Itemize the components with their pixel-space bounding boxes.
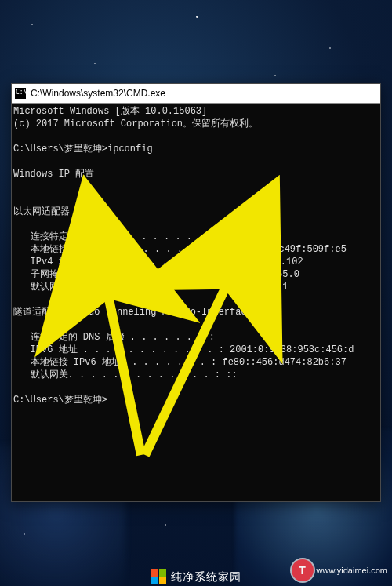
window-titlebar[interactable]: C:\Windows\system32\CMD.exe [12,84,380,104]
terminal-line: 子网掩码 . . . . . . . . . . . . : 255.255.2… [13,268,379,281]
terminal-line [13,130,379,143]
terminal-line [13,381,379,394]
terminal-line: 默认网关. . . . . . . . . . . . . : :: [13,369,379,381]
terminal-line [13,155,379,168]
terminal-line: (c) 2017 Microsoft Corporation。保留所有权利。 [13,118,379,130]
terminal-line: 隧道适配器 Teredo Tunneling Pseudo-Interface: [13,306,379,318]
terminal-line [13,180,379,193]
cmd-window[interactable]: C:\Windows\system32\CMD.exe Microsoft Wi… [11,83,381,502]
terminal-line: Windows IP 配置 [13,168,379,180]
windows-logo-icon [151,569,166,584]
terminal-line [13,193,379,206]
terminal-line: 以太网适配器 以太网: [13,206,379,218]
terminal-line: 本地链接 IPv6 地址. . . . . . . . : fe80::864:… [13,243,379,256]
watermark-right-text: www.yidaimei.com [317,566,387,575]
watermark-right: www.yidaimei.com [292,559,387,581]
desktop-background: C:\Windows\system32\CMD.exe Microsoft Wi… [0,0,392,586]
terminal-line: 本地链接 IPv6 地址. . . . . . . . : fe80::456:… [13,356,379,369]
terminal-line: IPv6 地址 . . . . . . . . . . . . : 2001:0… [13,344,379,356]
watermark-logo-icon [292,559,314,581]
terminal-line: 默认网关. . . . . . . . . . . . . : 192.168.… [13,281,379,293]
terminal-line: C:\Users\梦里乾坤> [13,394,379,406]
watermark-left-text: 纯净系统家园 [171,571,241,582]
window-title: C:\Windows\system32\CMD.exe [31,84,165,103]
terminal-line [13,318,379,331]
terminal-line: 连接特定的 DNS 后缀 . . . . . . . : [13,331,379,344]
terminal-line [13,218,379,231]
cmd-icon [15,88,26,99]
watermark-left: 纯净系统家园 [151,569,241,584]
terminal-line: IPv4 地址 . . . . . . . . . . . . : 192.16… [13,256,379,268]
terminal-line: C:\Users\梦里乾坤>ipconfig [13,143,379,155]
terminal-line: Microsoft Windows [版本 10.0.15063] [13,105,379,118]
terminal-line [13,293,379,306]
terminal-output[interactable]: Microsoft Windows [版本 10.0.15063](c) 201… [12,104,380,501]
terminal-line: 连接特定的 DNS 后缀 . . . . . . . : [13,231,379,243]
